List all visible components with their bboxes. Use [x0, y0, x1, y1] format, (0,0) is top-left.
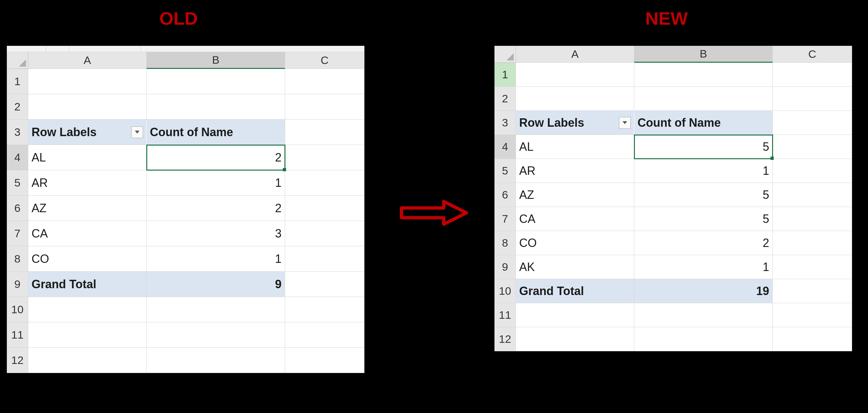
row-header[interactable]: 10: [494, 279, 516, 303]
cell[interactable]: [285, 94, 365, 120]
cell[interactable]: 1: [147, 170, 285, 196]
pivot-row-labels-header[interactable]: Row Labels: [28, 120, 147, 145]
row-header[interactable]: 3: [494, 111, 516, 135]
cell[interactable]: 5: [634, 183, 773, 207]
row-header[interactable]: 11: [494, 303, 516, 327]
row-header[interactable]: 5: [7, 170, 28, 196]
col-header-B[interactable]: B: [634, 46, 773, 63]
cell[interactable]: [285, 348, 365, 373]
old-grid[interactable]: A B C 1 2 3 Row Labels Count of Name 4 A…: [7, 52, 365, 373]
cell[interactable]: [773, 279, 852, 303]
row-header[interactable]: 8: [7, 246, 28, 272]
cell[interactable]: [285, 69, 365, 94]
cell[interactable]: [285, 322, 365, 348]
row-header[interactable]: 10: [7, 297, 28, 322]
cell[interactable]: [28, 69, 147, 94]
row-header[interactable]: 11: [7, 322, 28, 348]
cell[interactable]: [285, 246, 365, 272]
active-cell[interactable]: 2: [147, 145, 285, 170]
row-header[interactable]: 7: [494, 207, 516, 231]
cell[interactable]: [634, 303, 773, 327]
row-header[interactable]: 2: [7, 94, 28, 120]
pivot-count-header[interactable]: Count of Name: [634, 111, 773, 135]
cell[interactable]: [285, 221, 365, 246]
cell[interactable]: [285, 272, 365, 297]
pivot-count-header[interactable]: Count of Name: [147, 120, 285, 145]
cell[interactable]: [516, 87, 634, 111]
cell[interactable]: 1: [634, 159, 773, 183]
row-header[interactable]: 4: [7, 145, 28, 170]
col-header-C[interactable]: C: [285, 52, 365, 69]
cell[interactable]: 2: [634, 231, 773, 255]
cell[interactable]: AR: [28, 170, 147, 196]
row-header[interactable]: 1: [494, 63, 516, 87]
cell[interactable]: 2: [147, 196, 285, 221]
row-header[interactable]: 8: [494, 231, 516, 255]
cell[interactable]: AZ: [516, 183, 634, 207]
cell[interactable]: AK: [516, 255, 634, 279]
col-header-A[interactable]: A: [516, 46, 634, 63]
cell[interactable]: [147, 322, 285, 348]
cell[interactable]: [634, 327, 773, 351]
active-cell[interactable]: 5: [634, 135, 773, 159]
cell[interactable]: AZ: [28, 196, 147, 221]
grand-total-label[interactable]: Grand Total: [516, 279, 634, 303]
row-header[interactable]: 3: [7, 120, 28, 145]
cell[interactable]: [147, 94, 285, 120]
cell[interactable]: CA: [516, 207, 634, 231]
cell[interactable]: [634, 63, 773, 87]
cell[interactable]: [516, 63, 634, 87]
cell[interactable]: [773, 87, 852, 111]
select-all-corner[interactable]: [494, 46, 516, 63]
pivot-row-labels-header[interactable]: Row Labels: [516, 111, 634, 135]
cell[interactable]: AL: [28, 145, 147, 170]
cell[interactable]: [773, 135, 852, 159]
cell[interactable]: [773, 327, 852, 351]
select-all-corner[interactable]: [7, 52, 28, 69]
cell[interactable]: [28, 94, 147, 120]
row-header[interactable]: 6: [494, 183, 516, 207]
cell[interactable]: [773, 207, 852, 231]
row-header[interactable]: 4: [494, 135, 516, 159]
cell[interactable]: [773, 255, 852, 279]
cell[interactable]: [28, 322, 147, 348]
grand-total-label[interactable]: Grand Total: [28, 272, 147, 297]
cell[interactable]: [516, 327, 634, 351]
cell[interactable]: 5: [634, 207, 773, 231]
col-header-B[interactable]: B: [147, 52, 285, 69]
grand-total-value[interactable]: 9: [147, 272, 285, 297]
cell[interactable]: [285, 170, 365, 196]
cell[interactable]: [285, 145, 365, 170]
cell[interactable]: [28, 348, 147, 373]
cell[interactable]: [773, 231, 852, 255]
cell[interactable]: CO: [28, 246, 147, 272]
row-header[interactable]: 12: [7, 348, 28, 373]
cell[interactable]: [773, 303, 852, 327]
row-header[interactable]: 1: [7, 69, 28, 94]
cell[interactable]: [773, 159, 852, 183]
cell[interactable]: 1: [634, 255, 773, 279]
cell[interactable]: AL: [516, 135, 634, 159]
row-header[interactable]: 12: [494, 327, 516, 351]
row-header[interactable]: 9: [494, 255, 516, 279]
cell[interactable]: [773, 183, 852, 207]
cell[interactable]: [147, 297, 285, 322]
grand-total-value[interactable]: 19: [634, 279, 773, 303]
row-header[interactable]: 2: [494, 87, 516, 111]
col-header-C[interactable]: C: [773, 46, 852, 63]
cell[interactable]: 1: [147, 246, 285, 272]
cell[interactable]: CO: [516, 231, 634, 255]
cell[interactable]: [285, 297, 365, 322]
cell[interactable]: [634, 87, 773, 111]
cell[interactable]: [773, 63, 852, 87]
row-header[interactable]: 6: [7, 196, 28, 221]
row-header[interactable]: 5: [494, 159, 516, 183]
cell[interactable]: [147, 69, 285, 94]
row-header[interactable]: 9: [7, 272, 28, 297]
filter-dropdown-icon[interactable]: [131, 126, 143, 138]
cell[interactable]: [516, 303, 634, 327]
cell[interactable]: AR: [516, 159, 634, 183]
cell[interactable]: CA: [28, 221, 147, 246]
cell[interactable]: [147, 348, 285, 373]
cell[interactable]: [285, 120, 365, 145]
